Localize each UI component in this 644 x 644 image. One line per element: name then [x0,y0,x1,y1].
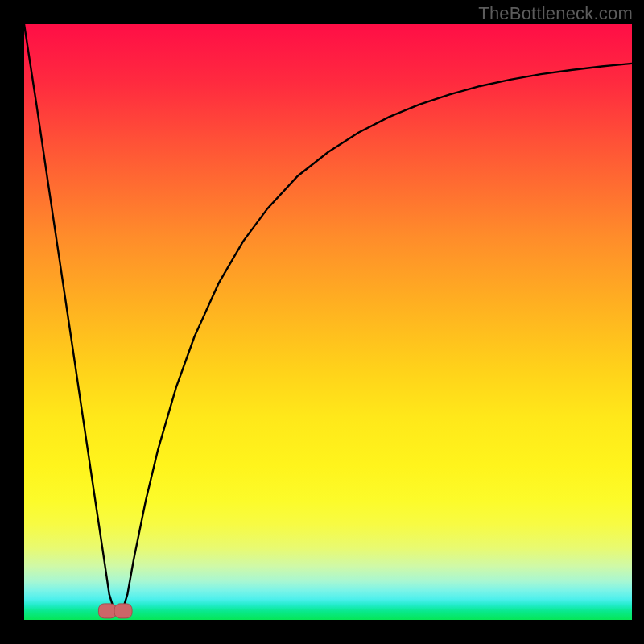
valley-marker [114,604,132,618]
chart-frame: TheBottleneck.com [0,0,644,644]
valley-markers [98,604,132,618]
bottleneck-curve [24,24,632,620]
watermark-text: TheBottleneck.com [478,3,633,24]
curve-path [24,24,632,614]
valley-marker [98,604,116,618]
plot-area [24,24,632,620]
